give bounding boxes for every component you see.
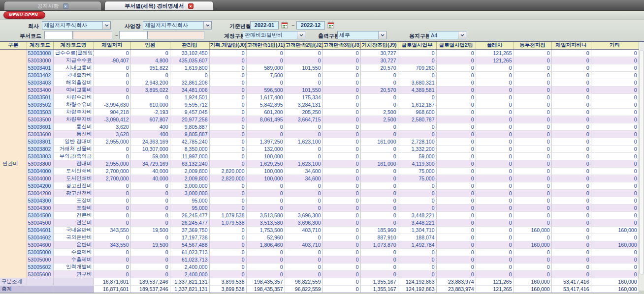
cell[interactable]: 75,000 (398, 175, 436, 182)
cell[interactable]: 0 (322, 152, 360, 160)
cell[interactable]: 0 (514, 116, 551, 123)
chevron-down-icon[interactable] (203, 22, 211, 29)
cell[interactable]: 0 (591, 79, 639, 86)
cell[interactable]: 2,400,000 (170, 263, 209, 270)
cell[interactable]: 수출제비 (53, 256, 94, 263)
cell[interactable]: 0 (322, 211, 360, 219)
cell[interactable]: 0 (94, 263, 130, 270)
cell[interactable]: 160,000 (514, 226, 551, 234)
cell[interactable]: 0 (322, 49, 360, 57)
cell[interactable]: 0 (209, 270, 246, 278)
cell[interactable]: 0 (322, 204, 360, 211)
cell[interactable]: 0 (398, 130, 436, 138)
cell[interactable]: 0 (436, 93, 476, 101)
cell[interactable]: 0 (246, 57, 285, 64)
cell[interactable]: 0 (436, 204, 476, 211)
cell[interactable]: 160,000 (591, 226, 639, 234)
cell[interactable]: 0 (94, 219, 130, 226)
cell[interactable]: 0 (436, 263, 476, 270)
cell[interactable]: 53003800 (27, 160, 53, 167)
chevron-down-icon[interactable] (102, 22, 110, 29)
cell[interactable]: 0 (322, 278, 360, 285)
cell[interactable]: 160,000 (514, 241, 551, 248)
cell[interactable]: 400 (130, 123, 170, 130)
cell[interactable]: 지급수수료 (53, 57, 94, 64)
cell[interactable]: 53003601 (27, 123, 53, 130)
cell[interactable]: 1,332,200 (398, 145, 436, 152)
cell[interactable]: 37,369,750 (170, 226, 209, 234)
cell[interactable]: 0 (514, 182, 551, 189)
cell[interactable]: 연구비 (53, 270, 94, 278)
cell[interactable]: 0 (591, 219, 639, 226)
cell[interactable]: 0 (322, 256, 360, 263)
cell[interactable]: 951,822 (130, 64, 170, 71)
cell[interactable]: 0 (436, 182, 476, 189)
cell[interactable]: 시내교통비 (53, 64, 94, 71)
cell[interactable]: 0 (209, 57, 246, 64)
cell[interactable]: 19,500 (130, 226, 170, 234)
cell[interactable]: 53,417,416 (551, 278, 591, 285)
cell[interactable]: 0 (551, 167, 591, 175)
cell[interactable]: 2,500 (360, 116, 398, 123)
cell[interactable]: 0 (476, 108, 514, 116)
cell[interactable]: 100,000 (246, 167, 285, 175)
table-row[interactable]: 53004500견본비0026,245,4771,079,5383,513,58… (0, 219, 639, 226)
cell[interactable]: 0 (436, 167, 476, 175)
cell[interactable]: 0 (209, 189, 246, 197)
cell[interactable]: 1,337,821,131 (170, 285, 209, 293)
cell[interactable]: 34,729,169 (130, 160, 170, 167)
cell[interactable]: 0 (436, 234, 476, 241)
cell[interactable]: 7,500 (246, 71, 285, 79)
cell[interactable]: 0 (209, 241, 246, 248)
cell[interactable]: 0 (514, 263, 551, 270)
cell[interactable]: 통신비 (53, 130, 94, 138)
cell[interactable]: 4,800 (130, 57, 170, 64)
cell[interactable]: 0 (476, 204, 514, 211)
cell[interactable]: 0 (551, 138, 591, 145)
cell[interactable]: 1,397,250 (246, 138, 285, 145)
cell[interactable]: 0 (360, 79, 398, 86)
cell[interactable]: 53004600 (27, 241, 53, 248)
cell[interactable]: 0 (551, 248, 591, 256)
cell[interactable]: 0 (514, 93, 551, 101)
table-row[interactable]: 53003801일반 접대비2,955,00024,363,16942,785,… (0, 138, 639, 145)
cell[interactable]: 1,753,500 (246, 226, 285, 234)
cell[interactable]: 0 (130, 219, 170, 226)
cell[interactable]: 0 (209, 116, 246, 123)
cell[interactable]: 0 (436, 138, 476, 145)
cell[interactable]: 0 (209, 234, 246, 241)
cell[interactable]: 0 (591, 101, 639, 108)
cell[interactable]: 0 (436, 57, 476, 64)
cell[interactable]: 198,435,357 (246, 278, 285, 285)
cell[interactable] (53, 285, 94, 293)
cell[interactable]: 53003008 (27, 49, 53, 57)
cell[interactable]: 접대비 (53, 160, 94, 167)
cell[interactable]: 0 (514, 204, 551, 211)
cell[interactable]: 0 (130, 270, 170, 278)
cell[interactable]: 0 (209, 79, 246, 86)
cell[interactable]: 0 (285, 248, 322, 256)
cell[interactable]: 0 (322, 138, 360, 145)
cell[interactable]: 0 (551, 116, 591, 123)
vertical-scrollbar[interactable] (639, 42, 644, 291)
cell[interactable]: 26,245,477 (170, 219, 209, 226)
cell[interactable]: 2,500 (360, 108, 398, 116)
cell[interactable]: 596,500 (246, 86, 285, 93)
cell[interactable]: 2,700,000 (94, 175, 130, 182)
cell[interactable]: 0 (514, 130, 551, 138)
cell[interactable]: 0 (551, 241, 591, 248)
calendar-icon[interactable] (327, 22, 334, 29)
cell[interactable]: 0 (94, 182, 130, 189)
cell[interactable]: 0 (360, 182, 398, 189)
cell[interactable]: 0 (209, 64, 246, 71)
cell[interactable]: 0 (436, 270, 476, 278)
cell[interactable]: 0 (209, 226, 246, 234)
cell[interactable]: 0 (94, 86, 130, 93)
cell[interactable]: 0 (514, 219, 551, 226)
cell[interactable]: 0 (94, 93, 130, 101)
cell[interactable]: 0 (551, 152, 591, 160)
cell[interactable]: 도서인쇄비 (53, 167, 94, 175)
cell[interactable]: 0 (476, 71, 514, 79)
cell[interactable]: 53003400 (27, 86, 53, 93)
cell[interactable]: 0 (436, 248, 476, 256)
